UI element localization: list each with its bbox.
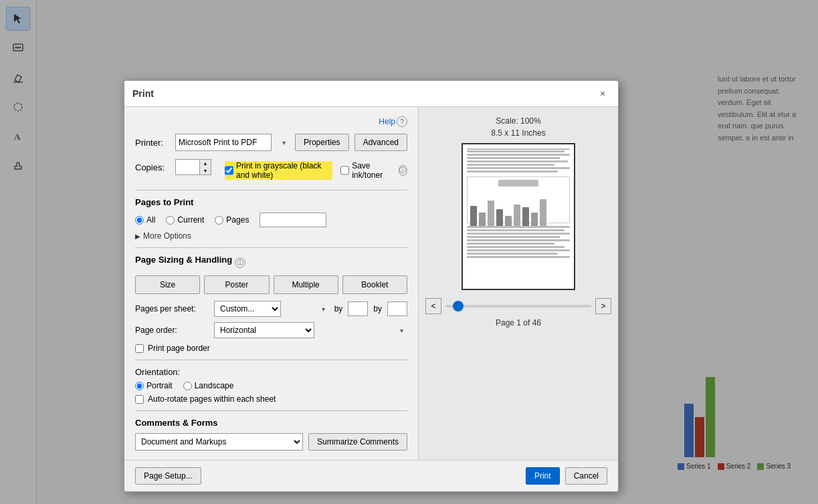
- print-dialog: Print × Help ? Printer: Microsoft Print …: [124, 80, 619, 492]
- print-border-label: Print page border: [148, 344, 210, 353]
- more-options-toggle[interactable]: ▶ More Options: [135, 231, 407, 241]
- orientation-title: Orientation:: [135, 367, 407, 377]
- by-label2: by: [373, 304, 382, 313]
- pages-section-title: Pages to Print: [135, 197, 407, 207]
- dialog-body: Help ? Printer: Microsoft Print to PDF A…: [124, 107, 618, 460]
- printer-select[interactable]: Microsoft Print to PDF Adobe PDF XPS Doc…: [175, 134, 272, 151]
- save-ink-label: Save ink/toner: [352, 161, 391, 180]
- print-border-checkbox[interactable]: [135, 344, 144, 353]
- copies-input[interactable]: 1: [175, 159, 199, 175]
- by-label: by: [334, 304, 343, 313]
- dialog-footer: Page Setup... Print Cancel: [124, 460, 618, 491]
- preview-content: [463, 144, 574, 289]
- poster-button[interactable]: Poster: [204, 275, 269, 294]
- preview-size: 8.5 x 11 Inches: [491, 128, 545, 138]
- comments-forms-section: Comments & Forms Document and Markups Do…: [135, 418, 407, 451]
- dialog-title: Print: [132, 88, 154, 99]
- copies-up-button[interactable]: ▲: [200, 160, 211, 167]
- all-pages-radio[interactable]: [135, 216, 144, 225]
- sizing-info-icon[interactable]: ⓘ: [235, 257, 245, 268]
- help-info-icon[interactable]: ?: [397, 116, 407, 127]
- printer-label: Printer:: [135, 138, 170, 148]
- preview-chart-bars: [470, 189, 567, 226]
- all-pages-radio-label[interactable]: All: [135, 215, 155, 225]
- help-link[interactable]: Help ?: [379, 116, 407, 127]
- page-slider-thumb[interactable]: [453, 301, 464, 311]
- preview-page: [462, 143, 575, 290]
- sizing-section-title: Page Sizing & Handling: [135, 255, 232, 265]
- comments-select-wrapper: Document and Markups Document Form Field…: [135, 433, 303, 451]
- page-order-select-wrapper: Horizontal Vertical Horizontal Reversed …: [214, 322, 407, 338]
- pages-per-sheet-select-wrapper: Custom... 1 2 4: [214, 301, 329, 317]
- save-ink-checkbox[interactable]: [340, 166, 349, 175]
- multiple-button[interactable]: Multiple: [274, 275, 338, 294]
- advanced-button[interactable]: Advanced: [354, 134, 407, 151]
- properties-button[interactable]: Properties: [295, 134, 349, 151]
- auto-rotate-checkbox[interactable]: [135, 395, 144, 404]
- pages-range-radio[interactable]: [215, 216, 223, 225]
- copies-row: Copies: 1 ▲ ▼: [135, 159, 211, 175]
- print-border-row: Print page border: [135, 344, 407, 353]
- portrait-radio-label[interactable]: Portrait: [135, 381, 173, 390]
- printer-select-wrapper: Microsoft Print to PDF Adobe PDF XPS Doc…: [175, 134, 290, 151]
- close-button[interactable]: ×: [595, 86, 610, 101]
- save-ink-info-icon[interactable]: ⓘ: [399, 165, 407, 176]
- page-slider[interactable]: [445, 305, 591, 307]
- printer-row: Printer: Microsoft Print to PDF Adobe PD…: [135, 134, 407, 151]
- orientation-radio-row: Portrait Landscape: [135, 381, 407, 390]
- copies-down-button[interactable]: ▼: [200, 167, 211, 174]
- auto-rotate-row: Auto-rotate pages within each sheet: [135, 394, 407, 404]
- pages-radio-label[interactable]: Pages: [215, 215, 249, 225]
- comments-row: Document and Markups Document Form Field…: [135, 433, 407, 451]
- print-options-row: Print in grayscale (black and white) Sav…: [225, 161, 407, 180]
- dialog-titlebar: Print ×: [124, 81, 618, 107]
- current-page-radio[interactable]: [166, 216, 175, 225]
- landscape-radio-label[interactable]: Landscape: [183, 381, 234, 390]
- size-button[interactable]: Size: [135, 275, 200, 294]
- comments-forms-title: Comments & Forms: [135, 418, 407, 428]
- page-order-row: Page order: Horizontal Vertical Horizont…: [135, 322, 407, 338]
- cancel-button[interactable]: Cancel: [565, 467, 607, 485]
- copies-spinner: 1 ▲ ▼: [175, 159, 211, 175]
- grayscale-checkbox-label[interactable]: Print in grayscale (black and white): [225, 161, 332, 180]
- orientation-section: Orientation: Portrait Landscape Auto-rot…: [135, 367, 407, 404]
- next-page-button[interactable]: >: [595, 298, 611, 314]
- pages-per-sheet-label: Pages per sheet:: [135, 304, 209, 313]
- preview-chart: [467, 176, 570, 223]
- booklet-button[interactable]: Booklet: [342, 275, 407, 294]
- current-page-radio-label[interactable]: Current: [166, 215, 204, 225]
- summarize-comments-button[interactable]: Summarize Comments: [308, 433, 407, 451]
- save-ink-checkbox-label[interactable]: Save ink/toner: [340, 161, 391, 180]
- help-row: Help ?: [135, 116, 407, 127]
- grayscale-label: Print in grayscale (black and white): [236, 161, 332, 180]
- landscape-radio[interactable]: [183, 382, 192, 390]
- comments-select[interactable]: Document and Markups Document Form Field…: [135, 433, 303, 451]
- dialog-preview-panel: Scale: 100% 8.5 x 11 Inches: [419, 107, 618, 460]
- pages-radio-row: All Current Pages 1 - 46: [135, 213, 407, 227]
- pages-per-sheet-select[interactable]: Custom... 1 2 4: [214, 301, 281, 317]
- footer-actions: Print Cancel: [526, 467, 607, 485]
- page-info: Page 1 of 46: [496, 318, 541, 328]
- preview-scale: Scale: 100%: [496, 116, 540, 126]
- grayscale-checkbox[interactable]: [225, 166, 233, 175]
- copies-label: Copies:: [135, 162, 170, 172]
- prev-page-button[interactable]: <: [425, 298, 441, 314]
- rows-input[interactable]: 1: [348, 301, 368, 316]
- cols-input[interactable]: 1: [387, 301, 407, 316]
- pages-per-sheet-row: Pages per sheet: Custom... 1 2 4 by 1 by…: [135, 301, 407, 317]
- page-order-label: Page order:: [135, 326, 209, 335]
- page-order-select[interactable]: Horizontal Vertical Horizontal Reversed …: [214, 322, 314, 338]
- portrait-radio[interactable]: [135, 382, 144, 390]
- auto-rotate-label: Auto-rotate pages within each sheet: [148, 394, 276, 404]
- sizing-buttons: Size Poster Multiple Booklet: [135, 275, 407, 294]
- dialog-left-panel: Help ? Printer: Microsoft Print to PDF A…: [124, 107, 419, 460]
- preview-navigation: < >: [425, 298, 611, 314]
- page-setup-button[interactable]: Page Setup...: [135, 467, 201, 485]
- print-button[interactable]: Print: [526, 467, 560, 485]
- spinner-buttons: ▲ ▼: [199, 159, 211, 175]
- pages-range-input[interactable]: 1 - 46: [260, 213, 326, 227]
